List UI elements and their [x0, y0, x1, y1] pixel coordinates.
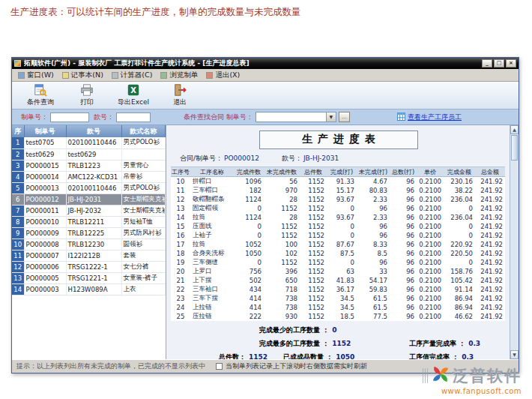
maximize-button[interactable]: □	[494, 59, 504, 68]
table-cell[interactable]: PO000009	[24, 227, 66, 238]
table-cell[interactable]: H123W089A	[66, 284, 121, 295]
table-cell[interactable]: 女童装-裤子	[121, 272, 166, 284]
table-cell[interactable]: PO000010	[24, 216, 66, 227]
table-cell[interactable]: 14	[12, 284, 24, 295]
table-cell[interactable]: test0705	[24, 137, 66, 148]
order-no-input[interactable]	[50, 112, 89, 122]
table-cell[interactable]: 女七分裤	[121, 261, 166, 272]
table-cell[interactable]: 男短袖T恤	[121, 216, 166, 227]
table-cell[interactable]: 9	[12, 227, 24, 238]
table-cell[interactable]: 2	[12, 148, 24, 160]
table-cell[interactable]: 男童背心	[121, 160, 166, 171]
table-row[interactable]: 3PO000015TRLB1223男童背心	[12, 160, 166, 171]
table-row[interactable]: 6PO000012JB-HJ-2031女士斯帽夹克衫	[12, 194, 166, 205]
table-cell: 970	[264, 186, 300, 195]
table-cell[interactable]: TRLB1223	[66, 160, 121, 171]
table-cell[interactable]: test0629	[24, 148, 66, 160]
table-cell[interactable]: PO000003	[24, 284, 66, 295]
table-cell[interactable]: 男式POLO衫	[121, 182, 166, 194]
table-row[interactable]: 11PO000007I122I212B套装	[12, 250, 166, 261]
table-cell[interactable]: 7	[12, 205, 24, 216]
table-cell[interactable]: test0629	[66, 148, 121, 160]
menu-item[interactable]: 浏览制单	[157, 70, 203, 81]
table-cell[interactable]: 12	[12, 261, 24, 272]
table-cell[interactable]: I122I212B	[66, 250, 121, 261]
table-cell[interactable]: 上衣	[121, 284, 166, 295]
table-cell[interactable]: PO000008	[24, 238, 66, 250]
combo-more-button[interactable]: …	[339, 112, 350, 122]
menu-item[interactable]: 窗口(W)	[15, 70, 59, 81]
column-header: 制单号	[24, 125, 66, 137]
table-cell[interactable]: PO000007	[24, 250, 66, 261]
table-row[interactable]: 9PO000009TRLB12225男式防风衬衫	[12, 227, 166, 238]
table-cell[interactable]: 020100110446	[66, 182, 121, 194]
table-cell: 241.92	[475, 285, 505, 294]
table-row[interactable]: 7PO000011JB-HJ-2032女士斯帽夹克衫	[12, 205, 166, 216]
table-cell[interactable]: 圆领衫	[121, 238, 166, 250]
table-cell[interactable]: 1	[12, 137, 24, 148]
table-cell[interactable]: 10	[12, 238, 24, 250]
scrollbar-thumb[interactable]	[511, 135, 518, 160]
chevron-down-icon[interactable]: ▼	[326, 112, 336, 122]
table-cell[interactable]: 女士斯帽夹克衫	[121, 205, 166, 216]
table-cell[interactable]: JB-HJ-2031	[66, 194, 121, 205]
scroll-down-icon[interactable]: ▼	[510, 350, 519, 359]
query-button[interactable]: 条件查询	[19, 83, 61, 108]
table-row[interactable]: 14PO000003H123W089A上衣	[12, 284, 166, 295]
table-cell[interactable]: PO000011	[24, 205, 66, 216]
table-row[interactable]: 12PO000006TRSG1222-1女七分裤	[12, 261, 166, 272]
table-cell[interactable]: 8	[12, 216, 24, 227]
table-cell[interactable]: TRSG1222-1	[66, 261, 121, 272]
table-cell[interactable]: TRLB12230	[66, 238, 121, 250]
table-cell[interactable]: 5	[12, 182, 24, 194]
table-cell[interactable]: 11	[12, 250, 24, 261]
print-button[interactable]: 打印	[66, 83, 108, 108]
menu-item[interactable]: 计算器(C)	[109, 70, 158, 81]
table-cell[interactable]: PO000005	[24, 272, 66, 284]
table-cell[interactable]: PO000014	[24, 171, 66, 182]
table-cell[interactable]: 男式POLO衫	[121, 137, 166, 148]
table-row[interactable]: 2test0629test0629	[12, 148, 166, 160]
table-cell[interactable]: 3	[12, 160, 24, 171]
table-cell[interactable]: JB-HJ-2032	[66, 205, 121, 216]
table-row[interactable]: 4PO000014AMC122-KCD31吊带衫	[12, 171, 166, 182]
table-cell[interactable]: TRSG1221-1	[66, 272, 121, 284]
minimize-button[interactable]: _	[482, 59, 492, 68]
style-no-input[interactable]	[116, 112, 151, 122]
table-row[interactable]: 5PO000013020100110446男式POLO衫	[12, 182, 166, 194]
table-cell[interactable]: PO000015	[24, 160, 66, 171]
table-cell[interactable]: 套装	[121, 250, 166, 261]
table-cell[interactable]: TRLB12225	[66, 227, 121, 238]
table-cell[interactable]: 13	[12, 272, 24, 284]
menu-item[interactable]: 记事本(N)	[59, 70, 109, 81]
vertical-scrollbar[interactable]: ▲ ▼	[510, 125, 519, 359]
menu-item[interactable]: 退出(X)	[203, 70, 245, 81]
table-row[interactable]: 10PO000008TRLB12230圆领衫	[12, 238, 166, 250]
table-cell[interactable]: PO000013	[24, 182, 66, 194]
table-cell[interactable]: 吊带衫	[121, 171, 166, 182]
close-button[interactable]: ×	[506, 59, 516, 68]
table-cell[interactable]: PO000006	[24, 261, 66, 272]
table-cell[interactable]	[121, 148, 166, 160]
table-cell[interactable]: TRLB12211	[66, 216, 121, 227]
table-cell[interactable]: PO000012	[24, 194, 66, 205]
table-cell: 15	[171, 222, 190, 231]
refresh-checkbox[interactable]	[216, 363, 223, 370]
table-cell[interactable]: 4	[12, 171, 24, 182]
contract-combo[interactable]: ▼	[256, 112, 336, 122]
scroll-up-icon[interactable]: ▲	[510, 125, 519, 134]
table-cell: 0	[234, 231, 264, 240]
vendor-url[interactable]: www.fanpusoft.com	[423, 387, 522, 395]
table-cell[interactable]: 男式防风衬衫	[121, 227, 166, 238]
exit-button[interactable]: 退出	[159, 83, 201, 108]
table-cell[interactable]: 020100110446	[66, 137, 121, 148]
view-process-employee-link[interactable]: 查看生产工序员工	[408, 112, 462, 122]
export-excel-button[interactable]: X 导出Excel	[112, 83, 154, 108]
table-cell[interactable]: 女士斯帽夹克衫	[121, 194, 166, 205]
table-row[interactable]: 8PO000010TRLB12211男短袖T恤	[12, 216, 166, 227]
table-row[interactable]: 13PO000005TRSG1221-1女童装-裤子	[12, 272, 166, 284]
table-cell: 241.92	[475, 276, 505, 285]
table-cell[interactable]: AMC122-KCD31	[66, 171, 121, 182]
table-row[interactable]: 1test0705020100110446男式POLO衫	[12, 137, 166, 148]
table-cell[interactable]: 6	[12, 194, 24, 205]
